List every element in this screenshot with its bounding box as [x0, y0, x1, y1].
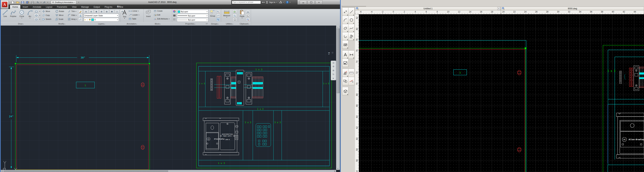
copy-button[interactable]: Copy — [42, 14, 50, 17]
linetype-dropdown[interactable]: ByLayer▼ — [177, 18, 208, 22]
hatch-tool[interactable] — [342, 40, 348, 49]
layer-tool-icon[interactable]: ▩ — [110, 10, 114, 13]
ribbon-tab[interactable]: Insert — [20, 5, 30, 9]
maximize-button[interactable] — [308, 0, 315, 4]
offset-button[interactable] — [78, 18, 83, 22]
vertical-scrollbar[interactable]: ▲ ▼ — [336, 26, 340, 170]
panel-layout-drawing[interactable]: 1 x 3 — [603, 45, 644, 172]
horizontal-scroll-thumb[interactable] — [4, 170, 168, 172]
height-dimension[interactable]: 24" — [9, 67, 14, 168]
paste-special-button[interactable] — [246, 18, 250, 22]
linear-dimension-button[interactable]: Linear▾ — [129, 10, 138, 12]
circle-tool-button[interactable]: Circle ▾ — [18, 10, 25, 19]
zoom-view-icon[interactable] — [502, 7, 504, 10]
keypad-block[interactable] — [256, 123, 271, 147]
enclosure-lines[interactable] — [359, 40, 526, 172]
ups-device[interactable]: AB Allen-Bradley — [616, 113, 644, 158]
redo-button[interactable] — [42, 1, 46, 4]
help-dropdown[interactable]: ▾ — [290, 2, 290, 3]
undo-dropdown[interactable]: ▾ — [41, 2, 42, 3]
width-dimension[interactable]: 30" — [16, 55, 149, 63]
item-tag[interactable]: 1 — [454, 69, 467, 75]
array-button[interactable]: Array▾ — [68, 18, 77, 21]
search-binoculars-icon[interactable] — [262, 1, 265, 4]
select-objects-button[interactable] — [233, 14, 237, 18]
layer-tool-icon[interactable]: ▨ — [104, 10, 109, 13]
help-icon[interactable]: ? — [286, 1, 289, 4]
panel-label-draw[interactable]: Draw — [1, 22, 41, 26]
edit-block-button[interactable]: Edit — [154, 14, 160, 16]
plot-button[interactable] — [31, 1, 34, 4]
din-rail-assembly[interactable] — [624, 66, 644, 91]
application-menu-button[interactable]: A — [1, 0, 8, 9]
trim-button[interactable]: Trim▾ — [68, 10, 76, 13]
panel-label-block[interactable]: Block — [144, 22, 172, 26]
layer-dropdown[interactable]: ● ☼ 0▼ — [84, 18, 119, 22]
redo-dropdown[interactable]: ▾ — [48, 2, 48, 3]
insert-block-button[interactable]: Insert — [144, 10, 152, 17]
group-edit-button[interactable] — [216, 14, 220, 18]
fastener-symbol[interactable] — [141, 82, 144, 149]
navigation-bar[interactable]: ◎ ✣ ⊕ ↻ ▸ — [331, 61, 336, 80]
cut-button[interactable] — [246, 10, 250, 14]
group-button[interactable]: Group — [209, 10, 216, 17]
layer-state-dropdown[interactable]: Unsaved Layer State▼ — [84, 14, 119, 17]
ribbon-tab[interactable]: Home — [10, 5, 20, 9]
sign-in-dropdown[interactable]: ▾ — [276, 2, 277, 3]
scroll-left-arrow[interactable]: ◀ — [1, 170, 3, 172]
ribbon-tab[interactable]: Layout — [44, 5, 54, 9]
search-input[interactable] — [232, 1, 261, 4]
open-file-button[interactable] — [16, 1, 20, 4]
create-block-button[interactable]: Create — [154, 10, 162, 12]
layer-tool-icon[interactable]: ▦ — [94, 10, 98, 13]
save-as-button[interactable] — [26, 1, 30, 4]
layer-tool-icon[interactable]: ◫ — [115, 10, 119, 13]
polyline-tool[interactable] — [342, 32, 348, 41]
erase-button[interactable] — [78, 10, 83, 14]
qat-overflow-dropdown[interactable]: ▾ — [78, 2, 79, 3]
save-button[interactable] — [21, 1, 24, 4]
undo-button[interactable] — [36, 1, 40, 4]
sun-icon[interactable]: ☼ — [86, 19, 88, 21]
panel-label-clipboard[interactable]: Clipboard — [238, 22, 251, 26]
unlock-icon[interactable] — [89, 19, 90, 21]
pan-icon[interactable]: ✣ — [332, 65, 334, 68]
zoom-view-icon[interactable] — [356, 7, 358, 10]
sign-in-label[interactable]: Sign In — [269, 1, 275, 4]
panel-label-properties[interactable]: Properties⇲ — [172, 22, 208, 26]
showmotion-icon[interactable]: ▸ — [333, 77, 334, 79]
ellipse-tool-button[interactable]: ▾ — [34, 14, 40, 17]
trim-tool[interactable] — [348, 77, 354, 85]
panel-label-annotation[interactable]: Annotation — [120, 22, 144, 26]
panel-label-groups[interactable]: Groups — [208, 22, 221, 26]
table-button[interactable]: Table — [129, 18, 136, 20]
spline-tool[interactable] — [348, 24, 354, 32]
shape-edit-tool[interactable] — [342, 77, 348, 85]
line-tool[interactable] — [348, 8, 354, 16]
panel-label-utilities[interactable]: Utilities — [221, 22, 238, 26]
steering-wheel-icon[interactable]: ◎ — [332, 61, 334, 64]
autodesk360-icon[interactable] — [279, 1, 282, 4]
move-button[interactable]: Move — [42, 10, 50, 13]
image-tool[interactable] — [342, 59, 348, 67]
autocad-drawing-canvas[interactable]: 30" 24" 1 — [1, 26, 336, 170]
ups-device[interactable]: AB Allen-Bradley UNINTERRUPTIBLE POWER S… — [203, 118, 239, 155]
ribbon-tab[interactable]: Output — [91, 5, 102, 9]
horizontal-scrollbar[interactable]: ◀ ▶ — [1, 170, 336, 172]
terminal-strip[interactable] — [620, 71, 622, 83]
color-wheel-icon[interactable] — [173, 10, 176, 13]
stretch-button[interactable]: Stretch — [42, 18, 52, 21]
item-tag[interactable]: 1 — [76, 82, 94, 88]
dimension-tool[interactable] — [348, 50, 354, 59]
arc-tool[interactable] — [342, 16, 348, 24]
new-file-button[interactable] — [11, 1, 15, 4]
pane-close-button[interactable]: ✕ — [497, 7, 500, 10]
linetype-icon[interactable] — [173, 18, 176, 20]
rectangle-tool-button[interactable]: ▾ — [34, 10, 40, 13]
panel-label-layers[interactable]: Layers — [83, 22, 120, 26]
zoom-extents-icon[interactable]: ⊕ — [332, 69, 334, 72]
text-tool[interactable] — [342, 50, 348, 59]
quick-calc-button[interactable] — [233, 18, 237, 22]
explode-button[interactable] — [78, 14, 83, 18]
viewer-canvas[interactable]: 1 1 x 3 — [359, 14, 644, 172]
